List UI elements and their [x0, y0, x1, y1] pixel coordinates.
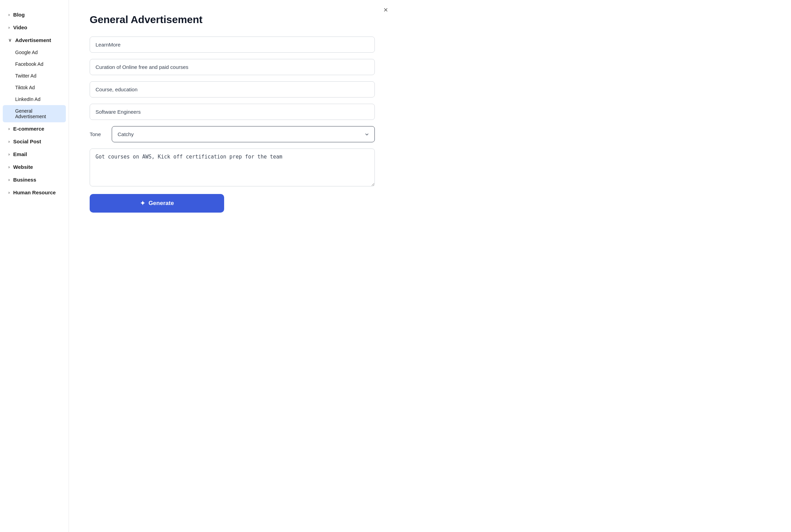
sidebar-item-label: Business	[13, 177, 36, 183]
sidebar-item-label: Blog	[13, 12, 24, 18]
field4-group	[90, 104, 375, 120]
chevron-right-icon: ›	[8, 152, 10, 157]
sidebar-item-google-ad[interactable]: Google Ad	[0, 47, 69, 58]
keywords-input[interactable]	[90, 81, 375, 98]
advertisement-sub-items: Google Ad Facebook Ad Twitter Ad Tiktok …	[0, 47, 69, 122]
chevron-right-icon: ›	[8, 164, 10, 170]
sidebar-item-label: Website	[13, 164, 33, 170]
tone-select[interactable]: CatchyProfessionalFriendlyHumorousFormal…	[112, 126, 375, 142]
sidebar-item-linkedin-ad[interactable]: LinkedIn Ad	[0, 93, 69, 105]
chevron-right-icon: ›	[8, 126, 10, 131]
generate-label: Generate	[149, 200, 174, 207]
textarea-group	[90, 149, 375, 188]
sidebar-item-business[interactable]: › Business	[0, 173, 69, 186]
chevron-right-icon: ›	[8, 25, 10, 30]
sidebar-item-video[interactable]: › Video	[0, 21, 69, 34]
chevron-right-icon: ›	[8, 190, 10, 195]
sidebar-item-label: Social Post	[13, 139, 41, 144]
sidebar: › Blog › Video ∨ Advertisement Google Ad…	[0, 0, 69, 532]
sidebar-item-general-advertisement[interactable]: General Advertisement	[3, 105, 66, 122]
sidebar-item-email[interactable]: › Email	[0, 148, 69, 161]
field2-group	[90, 59, 375, 75]
close-button[interactable]: ×	[382, 5, 389, 15]
chevron-down-icon: ∨	[8, 38, 12, 43]
main-content: × General Advertisement Tone CatchyProfe…	[69, 0, 396, 532]
brand-name-input[interactable]	[90, 37, 375, 53]
sidebar-item-advertisement[interactable]: ∨ Advertisement	[0, 34, 69, 47]
sidebar-item-tiktok-ad[interactable]: Tiktok Ad	[0, 82, 69, 93]
sidebar-item-blog[interactable]: › Blog	[0, 8, 69, 21]
chevron-right-icon: ›	[8, 177, 10, 182]
sidebar-item-facebook-ad[interactable]: Facebook Ad	[0, 58, 69, 70]
sparkle-icon: ✦	[140, 200, 145, 207]
sidebar-item-ecommerce[interactable]: › E-commerce	[0, 122, 69, 135]
description-input[interactable]	[90, 59, 375, 75]
page-title: General Advertisement	[90, 14, 375, 25]
field1-group	[90, 37, 375, 53]
sidebar-item-website[interactable]: › Website	[0, 161, 69, 173]
sidebar-item-social-post[interactable]: › Social Post	[0, 135, 69, 148]
extra-info-textarea[interactable]	[90, 149, 375, 186]
sidebar-item-human-resource[interactable]: › Human Resource	[0, 186, 69, 199]
chevron-right-icon: ›	[8, 12, 10, 17]
chevron-right-icon: ›	[8, 139, 10, 144]
sidebar-item-label: Video	[13, 24, 27, 30]
audience-input[interactable]	[90, 104, 375, 120]
sidebar-item-twitter-ad[interactable]: Twitter Ad	[0, 70, 69, 82]
tone-label: Tone	[90, 131, 105, 137]
generate-button[interactable]: ✦ Generate	[90, 194, 224, 213]
field3-group	[90, 81, 375, 98]
sidebar-item-label: Advertisement	[15, 37, 51, 43]
sidebar-item-label: E-commerce	[13, 126, 44, 132]
tone-row: Tone CatchyProfessionalFriendlyHumorousF…	[90, 126, 375, 142]
sidebar-item-label: Human Resource	[13, 190, 56, 195]
sidebar-item-label: Email	[13, 151, 27, 157]
